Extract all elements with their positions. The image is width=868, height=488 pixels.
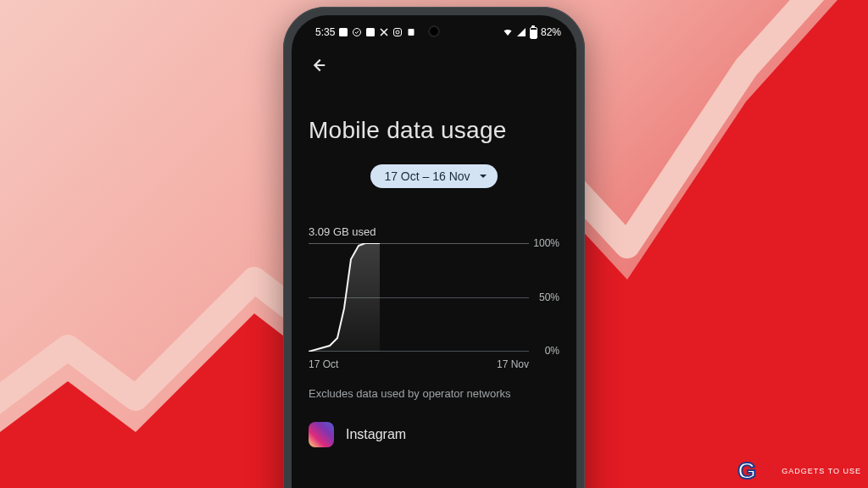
x-end-label: 17 Nov (497, 358, 529, 370)
page-title: Mobile data usage (309, 117, 559, 144)
usage-chart-area (309, 243, 529, 352)
svg-rect-2 (366, 28, 375, 36)
x-icon (379, 27, 389, 37)
notification-icon (406, 27, 416, 37)
signal-icon (516, 27, 526, 37)
svg-point-1 (353, 29, 361, 36)
linkedin-icon-2 (365, 27, 376, 37)
back-button[interactable] (309, 56, 329, 76)
chevron-down-icon (479, 169, 487, 183)
phone-frame: 5:35 (283, 7, 585, 488)
site-watermark: GU GADGETS TO USE (737, 459, 861, 483)
y-label-0: 0% (545, 345, 559, 357)
battery-icon (530, 25, 537, 39)
svg-rect-5 (409, 29, 415, 36)
wifi-icon (503, 27, 513, 37)
app-name-label: Instagram (346, 427, 406, 442)
date-range-chip[interactable]: 17 Oct – 16 Nov (370, 164, 497, 188)
composition: GU GADGETS TO USE 5:35 (0, 0, 868, 488)
svg-rect-3 (394, 29, 402, 36)
usage-chart: 100% 50% 0% (309, 243, 559, 352)
date-range-label: 17 Oct – 16 Nov (384, 169, 470, 183)
svg-point-4 (396, 30, 399, 34)
instagram-icon (392, 27, 403, 37)
status-bar: 5:35 (292, 24, 576, 41)
usage-total-label: 3.09 GB used (309, 225, 559, 238)
chart-footnote: Excludes data used by operator networks (309, 387, 559, 400)
y-label-50: 50% (539, 291, 559, 303)
linkedin-icon (338, 27, 348, 37)
battery-percent: 82% (541, 26, 561, 38)
check-circle-icon (352, 27, 362, 37)
status-time: 5:35 (315, 26, 335, 38)
instagram-app-icon (309, 422, 334, 447)
y-label-100: 100% (533, 237, 559, 249)
watermark-text: GADGETS TO USE (782, 467, 861, 475)
x-start-label: 17 Oct (309, 358, 338, 370)
phone-screen: 5:35 (292, 15, 576, 488)
chart-x-axis: 17 Oct 17 Nov (309, 358, 529, 370)
svg-rect-0 (339, 28, 348, 36)
app-usage-row[interactable]: Instagram (309, 422, 559, 447)
